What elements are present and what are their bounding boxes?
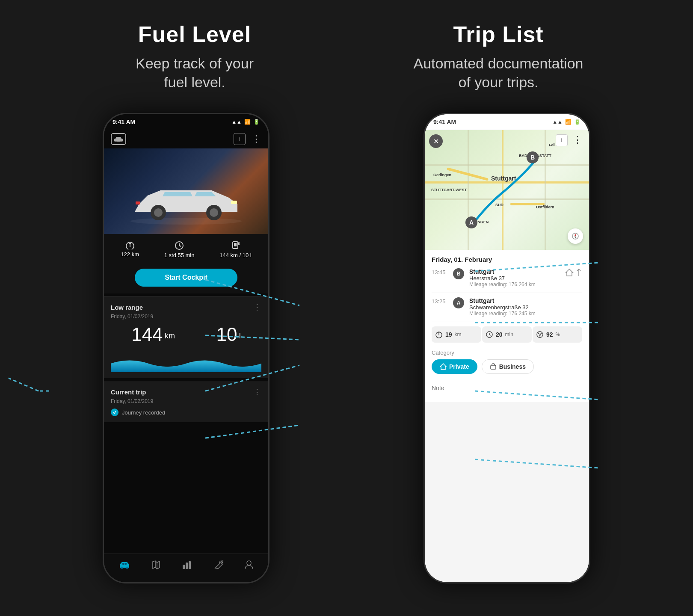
svg-point-13 (130, 218, 242, 225)
current-trip-date: Friday, 01/02/2019 (111, 398, 261, 404)
trip-list-subtitle: Automated documentation of your trips. (346, 54, 650, 92)
trip-time-a: 13:25 (432, 297, 448, 305)
header-section: Fuel Level Keep track of your fuel level… (0, 0, 693, 100)
start-cockpit-button[interactable]: Start Cockpit (135, 269, 237, 287)
car-silhouette-icon (114, 136, 123, 142)
right-phone-frame: 9:41 AM ▲▲ 📶 🔋 (424, 113, 590, 583)
trip-date: Friday, 01. February (432, 256, 582, 263)
low-range-card-header: Low range ⋮ (111, 302, 261, 312)
category-buttons: Private Business (432, 359, 582, 374)
phones-section: 9:41 AM ▲▲ 📶 🔋 (0, 100, 693, 583)
fuel-wave-container (111, 349, 261, 372)
nav-stats-icon (182, 560, 192, 569)
fuel-level-title: Fuel Level (43, 21, 346, 47)
trip-street-a: Schwarenbergstraße 32 (469, 304, 582, 311)
fuel-phone-screen: 9:41 AM ▲▲ 📶 🔋 (104, 114, 268, 582)
nav-stats[interactable] (182, 560, 192, 569)
trip-status-time: 9:41 AM (433, 118, 456, 125)
time-value: 1 std 55 min (164, 252, 195, 258)
fuel-liters-display: 10 l (216, 324, 240, 345)
trip-stat-time: 20 min (482, 326, 532, 343)
trip-divider (432, 293, 582, 293)
trip-content: Friday, 01. February 13:45 B Stuttgart H… (425, 250, 589, 402)
trip-time-value: 20 (496, 331, 503, 338)
current-trip-more-icon[interactable]: ⋮ (253, 387, 261, 397)
svg-line-54 (540, 333, 541, 336)
vehicle-stats-row: 122 km 1 std 55 min (104, 234, 268, 262)
home-cat-icon (440, 363, 447, 370)
svg-line-48 (489, 335, 491, 335)
nav-car-icon (119, 560, 130, 569)
low-range-date: Friday, 01/02/2019 (111, 314, 261, 320)
nav-profile[interactable] (245, 560, 253, 569)
nav-settings[interactable] (214, 560, 223, 569)
more-options-icon[interactable]: ⋮ (252, 133, 261, 145)
journey-status-text: Journey recorded (122, 409, 165, 416)
briefcase-cat-icon (490, 363, 497, 370)
trip-odometer-icon (435, 331, 443, 338)
distance-stat: 122 km (121, 241, 139, 258)
svg-rect-55 (491, 365, 496, 369)
trip-battery-icon: 🔋 (574, 119, 580, 125)
battery-icon: 🔋 (253, 119, 260, 125)
journey-status: Journey recorded (111, 409, 261, 416)
svg-rect-27 (234, 243, 237, 246)
trip-status-icons: ▲▲ 📶 🔋 (552, 119, 580, 125)
svg-rect-37 (183, 565, 185, 569)
low-range-title: Low range (111, 304, 143, 311)
svg-rect-38 (186, 563, 188, 569)
right-phone-wrapper: 9:41 AM ▲▲ 📶 🔋 (424, 113, 590, 583)
low-range-card: Low range ⋮ Friday, 01/02/2019 144 km 10… (104, 296, 268, 378)
svg-point-30 (121, 567, 123, 569)
fuel-km-value: 144 (131, 324, 163, 345)
info-icon-box[interactable]: i (234, 133, 246, 145)
trip-dist-unit: km (455, 332, 462, 338)
odometer-icon (125, 241, 135, 249)
trip-time-b: 13:45 (432, 268, 448, 275)
fuel-gauge-icon (231, 241, 240, 250)
map-background: Stuttgart BAD CANNSTATT Gerlingen Ostfil… (425, 130, 589, 250)
trip-list-header: Trip List Automated documentation of you… (346, 21, 650, 92)
svg-point-31 (126, 567, 128, 569)
trip-wifi-icon: ▲▲ (552, 119, 563, 125)
fuel-wave-visualization (111, 349, 261, 372)
svg-point-44 (438, 332, 440, 333)
trip-eff-value: 92 (546, 331, 553, 338)
fuel-status-time: 9:41 AM (113, 118, 135, 125)
nav-car[interactable] (119, 560, 130, 569)
trip-stats-row: 19 km 20 min (432, 326, 582, 343)
info-icon: i (239, 136, 240, 142)
car-hero-image (104, 148, 268, 234)
trip-location-b: 13:45 B Stuttgart Heerstraße 37 Mileage … (432, 268, 582, 287)
svg-point-40 (247, 561, 251, 565)
map-info-button[interactable]: i (556, 134, 568, 146)
journey-icon (111, 409, 118, 416)
compass-icon (572, 232, 579, 240)
check-icon (113, 410, 117, 415)
business-category-button[interactable]: Business (482, 359, 534, 374)
current-trip-card: Current trip ⋮ Friday, 01/02/2019 Journe… (104, 381, 268, 422)
note-input[interactable] (432, 380, 582, 396)
distance-value: 122 km (121, 251, 139, 258)
map-more-options[interactable]: ⋮ (573, 134, 582, 145)
home-icon (565, 268, 574, 277)
private-category-button[interactable]: Private (432, 359, 477, 374)
trip-dist-value: 19 (445, 331, 452, 338)
trip-category-section: Category Private (432, 347, 582, 376)
low-range-more-icon[interactable]: ⋮ (253, 302, 261, 312)
fuel-status-bar: 9:41 AM ▲▲ 📶 🔋 (104, 114, 268, 130)
right-phone-power (589, 217, 590, 260)
current-trip-header: Current trip ⋮ (111, 387, 261, 397)
trip-list-title: Trip List (346, 21, 650, 47)
trip-clock-icon (486, 331, 493, 338)
left-phone-frame: 9:41 AM ▲▲ 📶 🔋 (103, 113, 270, 583)
svg-point-49 (537, 332, 543, 338)
map-route-svg (425, 130, 589, 250)
fuel-level-subtitle: Keep track of your fuel level. (43, 54, 346, 92)
category-label: Category (432, 349, 582, 356)
phone-power-btn (268, 217, 270, 260)
nav-map[interactable] (151, 560, 161, 569)
trip-efficiency-icon (536, 331, 544, 338)
fuel-value: 144 km / 10 l (219, 252, 251, 258)
trip-details-a: Stuttgart Schwarenbergstraße 32 Mileage … (469, 297, 582, 317)
